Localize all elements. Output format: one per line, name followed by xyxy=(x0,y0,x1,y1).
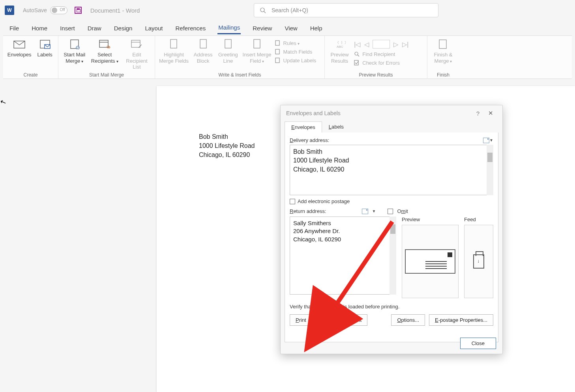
epostage-properties-button[interactable]: E-postage Properties... xyxy=(429,314,493,326)
tab-view[interactable]: View xyxy=(284,22,298,34)
dialog-title-bar[interactable]: Envelopes and Labels ? ✕ xyxy=(281,105,502,121)
word-app-icon: W xyxy=(5,6,14,15)
tab-help[interactable]: Help xyxy=(309,22,323,34)
return-address-input[interactable]: Sally Smithers 206 Anywhere Dr. Chicago,… xyxy=(290,217,396,295)
find-recipient-button: Find Recipient xyxy=(354,51,424,57)
greeting-icon xyxy=(222,38,234,50)
svg-rect-27 xyxy=(439,40,446,49)
add-postage-label: Add electronic postage xyxy=(298,198,350,204)
delivery-address-input[interactable]: Bob Smith 1000 Lifestyle Road Chicago, I… xyxy=(290,145,493,195)
envelope-icon xyxy=(13,38,26,50)
search-placeholder: Search (Alt+Q) xyxy=(272,7,308,13)
check-errors-button: Check for Errors xyxy=(354,60,424,66)
svg-line-25 xyxy=(358,55,359,56)
group-start-label: Start Mail Merge xyxy=(62,71,152,78)
address-book-dropdown[interactable]: ▼ xyxy=(489,138,493,142)
svg-point-0 xyxy=(260,8,264,12)
tab-review[interactable]: Review xyxy=(252,22,273,34)
print-button[interactable]: Print xyxy=(290,314,312,326)
highlight-merge-fields-button: Highlight Merge Fields xyxy=(158,38,189,64)
feed-box[interactable] xyxy=(464,225,493,298)
document-body-text[interactable]: Bob Smith 1000 Lifestyle Road Chicago, I… xyxy=(199,132,255,160)
return-scrollbar[interactable] xyxy=(390,217,396,295)
edit-recipient-list-icon xyxy=(130,38,143,50)
svg-rect-17 xyxy=(254,39,260,48)
record-navigation: |◁ ◁ ▷ ▷| xyxy=(354,40,424,49)
ribbon-tabs: File Home Insert Draw Design Layout Refe… xyxy=(0,21,575,35)
feed-label: Feed xyxy=(464,217,493,222)
highlight-icon xyxy=(167,38,180,50)
close-button[interactable]: Close xyxy=(460,338,496,349)
select-recipients-label: Select Recipients xyxy=(90,52,120,64)
select-recipients-icon xyxy=(98,38,111,50)
dialog-tab-labels[interactable]: Labels xyxy=(322,121,350,133)
svg-rect-19 xyxy=(275,49,279,54)
prev-record-button: ◁ xyxy=(363,41,370,48)
ribbon: Envelopes Labels Create Start Mail Merge… xyxy=(3,35,572,79)
doc-line-3: Chicago, IL 60290 xyxy=(199,150,255,159)
return-address-label: Return address: xyxy=(290,208,326,214)
group-create-label: Create xyxy=(6,71,55,78)
svg-rect-18 xyxy=(275,41,279,45)
search-icon xyxy=(260,7,266,13)
group-preview-label: Preview Results xyxy=(328,71,424,78)
first-record-button: |◁ xyxy=(354,41,361,48)
tab-references[interactable]: References xyxy=(174,22,206,34)
return-address-book-icon[interactable] xyxy=(362,209,368,214)
title-bar: W AutoSave Off Document1 - Word Search (… xyxy=(0,0,575,21)
delivery-scrollbar[interactable] xyxy=(487,145,493,195)
omit-checkbox[interactable] xyxy=(388,209,393,214)
labels-icon xyxy=(39,38,51,50)
tab-layout[interactable]: Layout xyxy=(144,22,163,34)
group-write-insert: Highlight Merge Fields Address Block Gre… xyxy=(155,36,325,78)
autosave-toggle[interactable]: Off xyxy=(50,6,67,14)
finish-merge-icon xyxy=(437,38,450,50)
tab-file[interactable]: File xyxy=(9,22,20,34)
dialog-button-row: Print Add to Document Options... E-posta… xyxy=(290,314,493,326)
tab-mailings[interactable]: Mailings xyxy=(217,22,241,34)
svg-point-6 xyxy=(76,46,79,49)
match-fields-label: Match Fields xyxy=(283,49,313,55)
greeting-label: Greeting Line xyxy=(217,52,239,64)
svg-text:ABC: ABC xyxy=(337,45,343,49)
tab-draw[interactable]: Draw xyxy=(87,22,102,34)
add-postage-row[interactable]: Add electronic postage xyxy=(290,198,493,204)
tab-home[interactable]: Home xyxy=(31,22,48,34)
finish-merge-label: Finish & Merge xyxy=(431,52,456,64)
start-mail-merge-button[interactable]: Start Mail Merge xyxy=(62,38,88,64)
envelopes-label: Envelopes xyxy=(7,52,32,58)
select-recipients-button[interactable]: Select Recipients xyxy=(90,38,120,64)
dialog-tabs: Envelopes Labels xyxy=(281,121,502,133)
rules-label: Rules xyxy=(283,40,300,46)
toggle-off-label: Off xyxy=(60,7,65,12)
preview-box[interactable] xyxy=(402,225,459,298)
highlight-label: Highlight Merge Fields xyxy=(158,52,189,64)
preview-panel: Preview xyxy=(402,217,459,298)
add-postage-checkbox[interactable] xyxy=(290,199,295,204)
return-address-dropdown[interactable]: ▼ xyxy=(372,209,376,213)
envelopes-button[interactable]: Envelopes xyxy=(6,38,32,58)
add-to-document-button[interactable]: Add to Document xyxy=(316,314,367,326)
group-write-label: Write & Insert Fields xyxy=(158,71,321,78)
labels-button[interactable]: Labels xyxy=(35,38,55,58)
insert-merge-field-button: Insert Merge Field xyxy=(242,38,272,64)
address-book-icon[interactable] xyxy=(483,138,489,143)
svg-point-24 xyxy=(355,52,358,55)
save-icon[interactable] xyxy=(75,7,82,14)
autosave-label: AutoSave xyxy=(23,7,47,13)
update-labels-label: Update Labels xyxy=(283,58,317,63)
tab-design[interactable]: Design xyxy=(113,22,133,34)
options-button[interactable]: Options... xyxy=(391,314,425,326)
record-number-input xyxy=(373,40,390,49)
dialog-close-button[interactable]: ✕ xyxy=(484,110,497,117)
greeting-line-button: Greeting Line xyxy=(217,38,239,64)
dialog-tab-envelopes[interactable]: Envelopes xyxy=(285,121,322,133)
svg-line-1 xyxy=(264,11,266,13)
update-labels-button: Update Labels xyxy=(275,57,321,63)
group-start-mail-merge: Start Mail Merge Select Recipients Edit … xyxy=(58,36,155,78)
dialog-body: Delivery address: ▼ Bob Smith 1000 Lifes… xyxy=(285,133,498,342)
delivery-address-row: Delivery address: ▼ xyxy=(290,137,493,143)
dialog-help-button[interactable]: ? xyxy=(472,110,484,117)
search-box[interactable]: Search (Alt+Q) xyxy=(254,3,438,17)
tab-insert[interactable]: Insert xyxy=(59,22,76,34)
